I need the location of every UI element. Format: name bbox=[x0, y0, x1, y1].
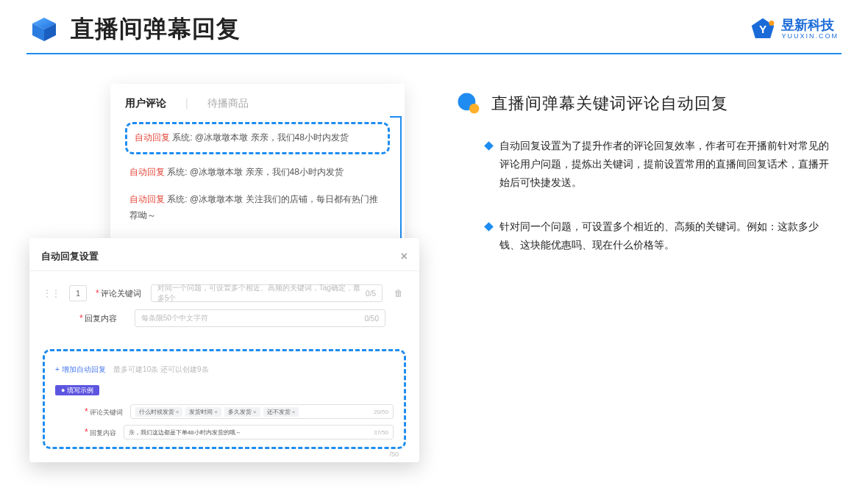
content-label: *回复内容 bbox=[79, 313, 126, 324]
keyword-chip[interactable]: 发货时间× bbox=[185, 407, 221, 417]
chip-remove-icon: × bbox=[253, 409, 257, 415]
tab-user-comments[interactable]: 用户评论 bbox=[125, 97, 166, 110]
bullet-item: 针对同一个问题，可设置多个相近的、高频的关键词。例如：这款多少钱、这块能优惠吗、… bbox=[456, 218, 839, 254]
example-content-label: *回复内容 bbox=[85, 427, 116, 438]
drag-handle-icon[interactable]: ⋮⋮ bbox=[43, 288, 60, 298]
diamond-bullet-icon bbox=[484, 222, 494, 232]
brand-name-cn: 昱新科技 bbox=[781, 18, 839, 33]
content-counter: 0/50 bbox=[365, 315, 379, 323]
tab-separator: | bbox=[185, 97, 188, 110]
delete-icon[interactable]: 🗑 bbox=[391, 288, 406, 298]
keyword-row: ⋮⋮ 1 *评论关键词 对同一个问题，可设置多个相近、高频的关键词，Tag确定，… bbox=[43, 284, 406, 302]
auto-reply-tag: 自动回复 bbox=[129, 167, 165, 177]
keyword-label: *评论关键词 bbox=[96, 288, 142, 299]
comment-text: 系统: @冰墩墩本墩 亲亲，我们48小时内发货 bbox=[167, 167, 344, 177]
keyword-placeholder: 对同一个问题，可设置多个相近、高频的关键词，Tag确定，最多5个 bbox=[157, 283, 366, 304]
right-header: 直播间弹幕关键词评论自动回复 bbox=[456, 91, 839, 116]
chip-remove-icon: × bbox=[214, 409, 218, 415]
comment-item: 自动回复 系统: @冰墩墩本墩 亲亲，我们48小时内发货 bbox=[125, 159, 390, 187]
right-column: 直播间弹幕关键词评论自动回复 自动回复设置为了提升作者的评论回复效率，作者可在开… bbox=[456, 76, 839, 459]
example-highlight-box: + 增加自动回复 最多可建10条 还可以创建9条 ● 填写示例 *评论关键词 什… bbox=[43, 349, 406, 449]
card-tabs: 用户评论 | 待播商品 bbox=[125, 97, 390, 118]
page-header: 直播间弹幕回复 Y 昱新科技 YUUXIN.COM bbox=[0, 0, 868, 53]
left-column: 用户评论 | 待播商品 自动回复 系统: @冰墩墩本墩 亲亲，我们48小时内发货… bbox=[29, 76, 427, 459]
example-content-row: *回复内容 亲，我们这边都是下单48小时内发货的哦～ 37/50 bbox=[55, 425, 394, 439]
example-keyword-input[interactable]: 什么时候发货× 发货时间× 多久发货× 还不发货× 20/50 bbox=[130, 404, 394, 419]
diamond-bullet-icon bbox=[484, 141, 494, 151]
content-area: 用户评论 | 待播商品 自动回复 系统: @冰墩墩本墩 亲亲，我们48小时内发货… bbox=[0, 54, 868, 459]
svg-point-5 bbox=[769, 21, 775, 26]
svg-point-7 bbox=[469, 104, 480, 114]
content-row: *回复内容 每条限50个中文字符 0/50 bbox=[43, 309, 406, 327]
page-title: 直播间弹幕回复 bbox=[71, 13, 241, 46]
chip-remove-icon: × bbox=[176, 409, 179, 415]
tab-pending-goods[interactable]: 待播商品 bbox=[207, 97, 249, 110]
content-input[interactable]: 每条限50个中文字符 0/50 bbox=[135, 309, 385, 327]
comment-item: 自动回复 系统: @冰墩墩本墩 关注我们的店铺，每日都有热门推荐呦～ bbox=[125, 186, 390, 229]
close-icon[interactable]: × bbox=[401, 250, 408, 263]
bullet-text: 针对同一个问题，可设置多个相近的、高频的关键词。例如：这款多少钱、这块能优惠吗、… bbox=[499, 218, 839, 254]
example-keyword-label: *评论关键词 bbox=[85, 406, 123, 417]
auto-reply-tag: 自动回复 bbox=[135, 132, 170, 143]
add-hint-text: 最多可建10条 还可以创建9条 bbox=[113, 365, 208, 373]
comments-card: 用户评论 | 待播商品 自动回复 系统: @冰墩墩本墩 亲亲，我们48小时内发货… bbox=[110, 84, 405, 251]
bullet-item: 自动回复设置为了提升作者的评论回复效率，作者可在开播前针对常见的评论用户问题，提… bbox=[456, 137, 839, 193]
brand-logo: Y 昱新科技 YUUXIN.COM bbox=[750, 17, 839, 42]
cube-icon bbox=[29, 15, 59, 44]
settings-form: ⋮⋮ 1 *评论关键词 对同一个问题，可设置多个相近、高频的关键词，Tag确定，… bbox=[29, 271, 419, 342]
comment-item-highlighted: 自动回复 系统: @冰墩墩本墩 亲亲，我们48小时内发货 bbox=[125, 122, 390, 154]
chat-bubble-icon bbox=[456, 91, 481, 116]
lower-counter: /50 bbox=[389, 451, 399, 458]
keyword-chip[interactable]: 多久发货× bbox=[224, 407, 260, 417]
auto-reply-tag: 自动回复 bbox=[129, 194, 165, 204]
header-left: 直播间弹幕回复 bbox=[29, 13, 241, 46]
add-row: + 增加自动回复 最多可建10条 还可以创建9条 bbox=[55, 362, 394, 375]
keyword-chip[interactable]: 还不发货× bbox=[263, 407, 299, 417]
example-content-input[interactable]: 亲，我们这边都是下单48小时内发货的哦～ 37/50 bbox=[124, 425, 394, 439]
example-keyword-counter: 20/50 bbox=[374, 409, 388, 415]
example-badge: ● 填写示例 bbox=[55, 385, 99, 395]
example-content-value: 亲，我们这边都是下单48小时内发货的哦～ bbox=[129, 428, 241, 437]
right-title: 直播间弹幕关键词评论自动回复 bbox=[491, 93, 728, 115]
bullet-text: 自动回复设置为了提升作者的评论回复效率，作者可在开播前针对常见的评论用户问题，提… bbox=[499, 137, 839, 193]
keyword-chip[interactable]: 什么时候发货× bbox=[135, 407, 183, 417]
chip-remove-icon: × bbox=[292, 409, 296, 415]
brand-name-en: YUUXIN.COM bbox=[781, 33, 839, 40]
svg-text:Y: Y bbox=[759, 23, 766, 35]
example-content-counter: 37/50 bbox=[374, 429, 388, 436]
settings-card: 自动回复设置 × ⋮⋮ 1 *评论关键词 对同一个问题，可设置多个相近、高频的关… bbox=[29, 238, 419, 462]
example-keyword-row: *评论关键词 什么时候发货× 发货时间× 多久发货× 还不发货× 20/50 bbox=[55, 404, 394, 419]
brand-badge-icon: Y bbox=[750, 17, 775, 42]
content-placeholder: 每条限50个中文字符 bbox=[141, 313, 208, 323]
add-auto-reply-link[interactable]: + 增加自动回复 bbox=[55, 365, 106, 373]
comment-text: 系统: @冰墩墩本墩 关注我们的店铺，每日都有热门推荐呦～ bbox=[129, 194, 378, 220]
comment-text: 系统: @冰墩墩本墩 亲亲，我们48小时内发货 bbox=[172, 132, 349, 143]
keyword-counter: 0/5 bbox=[366, 290, 376, 298]
settings-title: 自动回复设置 bbox=[41, 250, 99, 263]
keyword-input[interactable]: 对同一个问题，可设置多个相近、高频的关键词，Tag确定，最多5个 0/5 bbox=[151, 284, 383, 302]
index-box: 1 bbox=[69, 285, 87, 301]
settings-header: 自动回复设置 × bbox=[29, 245, 419, 271]
